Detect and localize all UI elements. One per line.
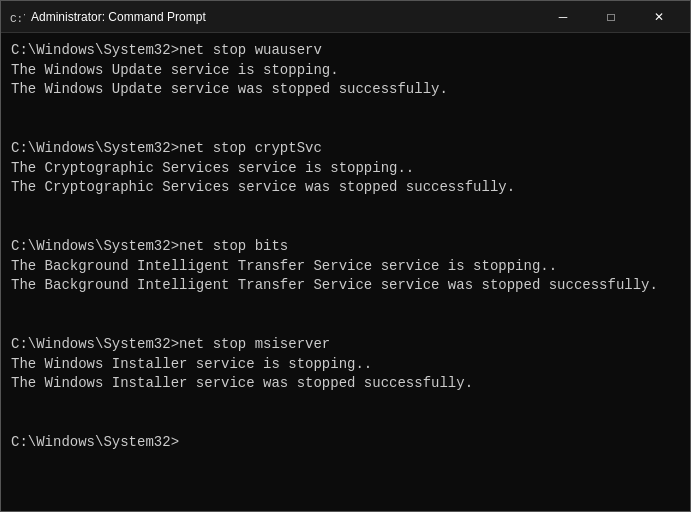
close-button[interactable]: ✕ bbox=[636, 1, 682, 33]
window-controls: ─ □ ✕ bbox=[540, 1, 682, 33]
command-prompt-window: C:\ Administrator: Command Prompt ─ □ ✕ … bbox=[0, 0, 691, 512]
window-title: Administrator: Command Prompt bbox=[31, 10, 540, 24]
minimize-button[interactable]: ─ bbox=[540, 1, 586, 33]
window-icon: C:\ bbox=[9, 9, 25, 25]
terminal-output[interactable]: C:\Windows\System32>net stop wuauservThe… bbox=[1, 33, 690, 511]
maximize-button[interactable]: □ bbox=[588, 1, 634, 33]
title-bar: C:\ Administrator: Command Prompt ─ □ ✕ bbox=[1, 1, 690, 33]
svg-text:C:\: C:\ bbox=[10, 13, 25, 25]
